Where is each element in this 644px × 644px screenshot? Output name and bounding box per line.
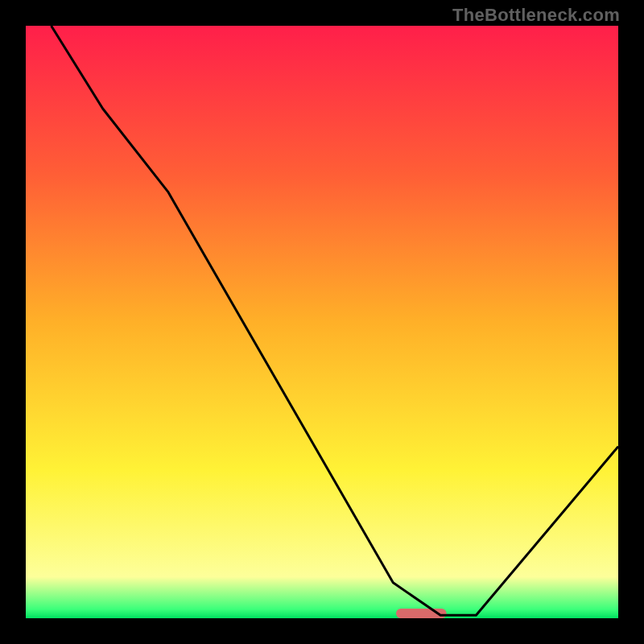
plot-area <box>26 26 618 618</box>
gradient-background <box>26 26 618 618</box>
branding-label: TheBottleneck.com <box>452 5 620 26</box>
chart-container: TheBottleneck.com <box>0 0 644 644</box>
chart-svg <box>26 26 618 618</box>
